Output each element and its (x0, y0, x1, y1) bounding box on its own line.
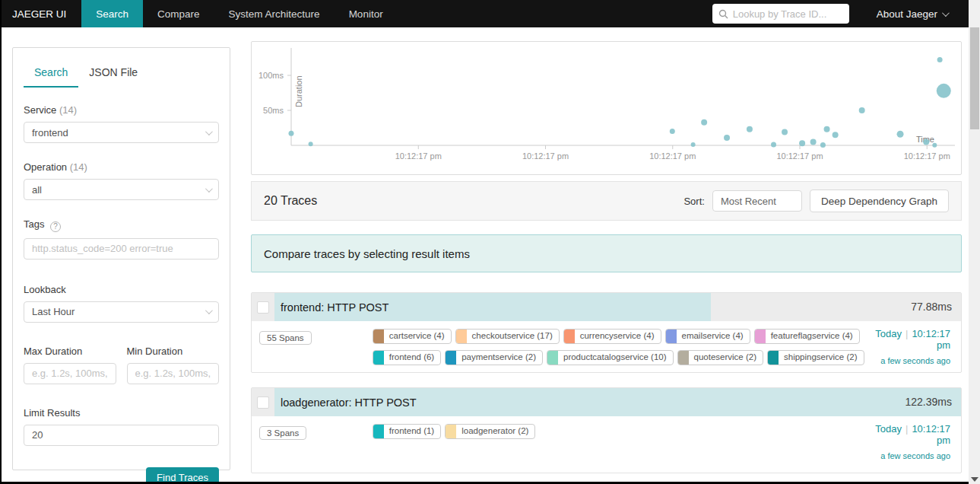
max-duration-field (24, 363, 116, 384)
service-color-swatch (446, 425, 456, 438)
max-duration-label: Max Duration (24, 345, 116, 357)
svg-text:50ms: 50ms (263, 106, 284, 115)
deep-dependency-graph-button[interactable]: Deep Dependency Graph (810, 189, 949, 212)
trace-count-title: 20 Traces (264, 194, 317, 208)
duration-scatterplot: 100ms50msDuration10:12:17 pm10:12:17 pm1… (251, 41, 962, 175)
duration-scatter-svg[interactable]: 100ms50msDuration10:12:17 pm10:12:17 pm1… (252, 42, 961, 174)
trace-title[interactable]: frontend: HTTP POST (281, 301, 389, 314)
svg-text:10:12:17 pm: 10:12:17 pm (395, 151, 442, 161)
tags-label: Tags ? (24, 218, 219, 232)
lookback-select[interactable]: Last Hour (24, 301, 219, 323)
trace-checkbox[interactable] (257, 301, 269, 314)
service-tag: quoteservice (2) (677, 350, 763, 365)
sort-select[interactable]: Most Recent (712, 190, 802, 212)
svg-text:10:12:17 pm: 10:12:17 pm (904, 151, 950, 161)
nav-tab-monitor[interactable]: Monitor (335, 0, 398, 27)
trace-lookup-box[interactable] (712, 4, 849, 24)
span-count-pill: 3 Spans (259, 426, 306, 440)
tags-field (24, 238, 219, 260)
results-header: 20 Traces Sort: Most Recent Deep Depende… (251, 181, 962, 221)
service-label: Service (14) (24, 104, 219, 116)
trace-date-link[interactable]: Today (875, 423, 902, 435)
tab-json-file[interactable]: JSON File (78, 62, 148, 88)
tags-input[interactable] (32, 243, 211, 254)
nav-tab-compare[interactable]: Compare (143, 0, 214, 27)
operation-value: all (32, 184, 42, 196)
separator: | (905, 423, 908, 435)
operation-select[interactable]: all (24, 179, 219, 200)
app-title: JAEGER UI (2, 0, 81, 27)
scrollbar-thumb[interactable] (970, 27, 979, 129)
limit-results-label: Limit Results (24, 407, 219, 419)
service-select[interactable]: frontend (24, 122, 219, 143)
about-jaeger-label: About Jaeger (877, 8, 937, 20)
search-icon (718, 9, 728, 19)
compare-banner: Compare traces by selecting result items (251, 234, 962, 272)
scroll-down-arrow-icon[interactable] (971, 477, 978, 482)
service-color-swatch (373, 425, 384, 438)
tab-search[interactable]: Search (24, 62, 78, 88)
service-color-swatch (446, 351, 456, 365)
trace-result-row[interactable]: loadgenerator: HTTP POST ec91e67 122.39m… (251, 387, 962, 473)
span-count-pill: 55 Spans (259, 331, 312, 345)
lookback-label: Lookback (24, 284, 219, 295)
service-color-swatch (768, 351, 779, 365)
svg-text:Duration: Duration (294, 75, 303, 107)
service-tags: cartservice (4) checkoutservice (17) cur… (373, 328, 876, 365)
service-color-swatch (373, 351, 384, 365)
service-color-swatch (456, 330, 467, 343)
service-color-swatch (373, 330, 384, 343)
lookback-value: Last Hour (32, 306, 75, 317)
help-icon[interactable]: ? (50, 221, 61, 232)
search-sidebar: Search JSON File Service (14) frontend O… (12, 47, 230, 470)
service-value: frontend (32, 127, 68, 139)
trace-lookup-input[interactable] (733, 8, 843, 20)
trace-duration: 122.39ms (905, 388, 952, 416)
limit-results-field (24, 425, 219, 446)
trace-result-row[interactable]: frontend: HTTP POST 1b92613 77.88ms 55 S… (251, 292, 962, 373)
trace-relative-time: a few seconds ago (875, 451, 950, 460)
sidebar-tabs: Search JSON File (24, 62, 219, 88)
min-duration-field (127, 363, 220, 384)
min-duration-input[interactable] (135, 368, 211, 379)
nav-tab-search[interactable]: Search (81, 0, 143, 27)
trace-duration: 77.88ms (911, 293, 952, 321)
service-tag: productcatalogservice (10) (547, 350, 674, 365)
min-duration-label: Min Duration (127, 345, 220, 357)
service-tag: frontend (6) (373, 350, 441, 365)
service-tag: featureflagservice (4) (754, 329, 860, 344)
sort-value: Most Recent (721, 196, 776, 207)
service-tag: shippingservice (2) (767, 350, 864, 365)
nav-tab-system-architecture[interactable]: System Architecture (214, 0, 335, 27)
operation-label: Operation (14) (24, 161, 219, 173)
service-tag: paymentservice (2) (445, 350, 543, 365)
search-results-area: 100ms50msDuration10:12:17 pm10:12:17 pm1… (251, 41, 962, 484)
service-tag: frontend (1) (373, 424, 441, 439)
chevron-down-icon (942, 9, 950, 17)
service-color-swatch (755, 330, 766, 343)
service-color-swatch (678, 351, 689, 365)
svg-text:10:12:17 pm: 10:12:17 pm (522, 151, 569, 161)
limit-results-input[interactable] (32, 429, 211, 441)
service-tags: frontend (1) loadgenerator (2) (373, 423, 876, 439)
svg-text:100ms: 100ms (258, 71, 284, 80)
trace-checkbox[interactable] (257, 396, 269, 409)
vertical-scrollbar[interactable] (969, 0, 980, 484)
service-tag: currencyservice (4) (563, 329, 661, 344)
trace-title[interactable]: loadgenerator: HTTP POST (281, 396, 417, 409)
service-tag: checkoutservice (17) (455, 329, 560, 344)
about-jaeger-menu[interactable]: About Jaeger (877, 8, 947, 20)
chevron-down-icon (205, 128, 213, 135)
svg-text:10:12:17 pm: 10:12:17 pm (776, 151, 823, 161)
trace-date-link[interactable]: Today (875, 328, 902, 339)
service-color-swatch (564, 330, 575, 343)
chevron-down-icon (205, 307, 213, 314)
trace-time-link[interactable]: 10:12:17 pm (912, 328, 950, 351)
max-duration-input[interactable] (32, 368, 108, 379)
trace-time-link[interactable]: 10:12:17 pm (912, 423, 950, 446)
service-tag: cartservice (4) (373, 329, 452, 344)
service-color-swatch (547, 351, 558, 365)
service-color-swatch (666, 330, 677, 343)
chevron-down-icon (205, 185, 213, 193)
separator: | (905, 328, 908, 339)
